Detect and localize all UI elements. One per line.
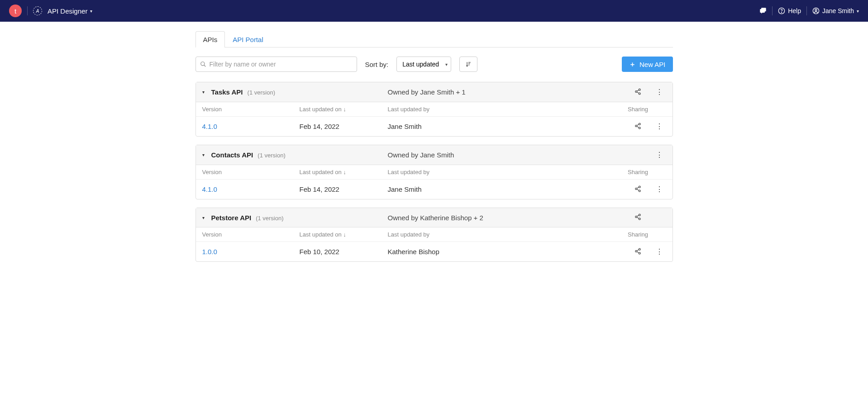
share-button[interactable] (624, 213, 653, 222)
collapse-toggle[interactable]: ▾ (202, 90, 211, 95)
col-sharing: Sharing (624, 231, 653, 238)
share-icon (634, 185, 641, 192)
svg-line-17 (637, 124, 639, 126)
svg-point-24 (639, 214, 640, 216)
sort-select[interactable]: Last updated (396, 57, 451, 72)
tab-api-portal[interactable]: API Portal (225, 31, 271, 47)
app-title: API Designer (48, 7, 87, 15)
toolbar: Sort by: Last updated ▾ ＋ New API (196, 57, 673, 72)
caret-down-icon: ▾ (202, 152, 205, 157)
svg-line-5 (204, 65, 205, 67)
share-button[interactable] (624, 185, 653, 194)
version-count: (1 version) (258, 152, 285, 159)
api-card: ▾Petstore API(1 version)Owned by Katheri… (196, 208, 673, 262)
version-link[interactable]: 1.0.0 (202, 248, 300, 256)
svg-point-21 (639, 190, 640, 192)
kebab-menu[interactable]: ⋮ (653, 122, 666, 131)
version-table-header: VersionLast updated on ↓Last updated byS… (196, 227, 672, 242)
app-logo[interactable]: t (9, 5, 22, 17)
svg-point-4 (200, 62, 204, 66)
svg-point-30 (635, 250, 637, 252)
kebab-menu[interactable]: ⋮ (653, 185, 666, 194)
svg-line-22 (637, 187, 639, 189)
col-updated-by: Last updated by (388, 169, 624, 175)
kebab-icon: ⋮ (656, 185, 663, 193)
app-logo-letter: t (14, 7, 16, 15)
api-name: Contacts API (211, 151, 253, 159)
api-card: ▾Tasks API(1 version)Owned by Jane Smith… (196, 82, 673, 137)
version-link[interactable]: 4.1.0 (202, 123, 300, 130)
share-icon (634, 248, 641, 255)
col-updated-on[interactable]: Last updated on ↓ (300, 169, 388, 175)
share-icon (634, 123, 641, 129)
version-row: 4.1.0Feb 14, 2022Jane Smith⋮ (196, 117, 672, 136)
help-link[interactable]: Help (778, 7, 801, 14)
version-row: 4.1.0Feb 14, 2022Jane Smith⋮ (196, 180, 672, 199)
topbar-divider (772, 6, 773, 15)
version-updated-by: Katherine Bishop (388, 248, 624, 256)
version-updated-by: Jane Smith (388, 123, 624, 130)
svg-point-16 (639, 127, 640, 129)
svg-line-13 (637, 92, 639, 93)
share-button[interactable] (624, 88, 653, 96)
filter-input[interactable] (196, 57, 357, 72)
version-updated-on: Feb 10, 2022 (300, 248, 388, 256)
col-updated-on[interactable]: Last updated on ↓ (300, 231, 388, 238)
kebab-menu[interactable]: ⋮ (653, 247, 666, 256)
kebab-menu[interactable]: ⋮ (653, 88, 666, 96)
api-owner: Owned by Jane Smith + 1 (388, 88, 624, 96)
svg-line-28 (637, 217, 639, 218)
svg-point-10 (635, 90, 637, 92)
share-button[interactable] (624, 123, 653, 131)
api-header: ▾Petstore API(1 version)Owned by Katheri… (196, 208, 672, 227)
svg-point-19 (639, 186, 640, 188)
svg-line-33 (637, 251, 639, 253)
collapse-toggle[interactable]: ▾ (202, 215, 211, 220)
svg-line-32 (637, 250, 639, 251)
svg-line-12 (637, 90, 639, 91)
kebab-menu[interactable]: ⋮ (653, 151, 666, 159)
version-link[interactable]: 4.1.0 (202, 185, 300, 193)
share-icon (634, 88, 641, 95)
svg-point-25 (635, 216, 637, 218)
svg-point-29 (639, 248, 640, 250)
sort-direction-button[interactable] (459, 57, 477, 72)
version-row: 1.0.0Feb 10, 2022Katherine Bishop⋮ (196, 242, 672, 261)
chat-icon[interactable] (759, 7, 767, 14)
help-icon (778, 7, 785, 14)
svg-point-11 (639, 93, 640, 95)
kebab-icon: ⋮ (656, 123, 663, 130)
col-version: Version (202, 169, 300, 175)
col-updated-on[interactable]: Last updated on ↓ (300, 106, 388, 113)
user-icon (812, 7, 820, 14)
user-menu[interactable]: Jane Smith ▾ (812, 7, 859, 14)
tab-apis[interactable]: APIs (196, 31, 225, 47)
col-updated-by: Last updated by (388, 106, 624, 113)
api-name: Petstore API (211, 214, 252, 222)
new-api-label: New API (639, 61, 666, 68)
api-owner: Owned by Katherine Bishop + 2 (388, 214, 624, 222)
col-sharing: Sharing (624, 106, 653, 113)
caret-down-icon: ▾ (202, 215, 205, 220)
version-updated-by: Jane Smith (388, 185, 624, 193)
api-owner: Owned by Jane Smith (388, 151, 624, 159)
kebab-icon: ⋮ (656, 88, 663, 96)
app-icon: A (33, 6, 42, 15)
caret-down-icon: ▾ (202, 90, 205, 95)
version-table-header: VersionLast updated on ↓Last updated byS… (196, 102, 672, 117)
svg-point-26 (639, 218, 640, 220)
user-name: Jane Smith (822, 7, 854, 14)
share-button[interactable] (624, 248, 653, 256)
svg-point-20 (635, 188, 637, 189)
svg-point-1 (782, 12, 782, 13)
version-count: (1 version) (256, 215, 283, 222)
api-card: ▾Contacts API(1 version)Owned by Jane Sm… (196, 145, 673, 199)
new-api-button[interactable]: ＋ New API (622, 57, 673, 72)
svg-point-15 (635, 125, 637, 127)
app-switcher[interactable]: API Designer ▾ (48, 7, 92, 15)
chevron-down-icon: ▾ (90, 9, 92, 14)
collapse-toggle[interactable]: ▾ (202, 152, 211, 157)
col-updated-by: Last updated by (388, 231, 624, 238)
topbar: t A API Designer ▾ Help Jane Smith ▾ (0, 0, 868, 22)
share-icon (634, 213, 641, 220)
